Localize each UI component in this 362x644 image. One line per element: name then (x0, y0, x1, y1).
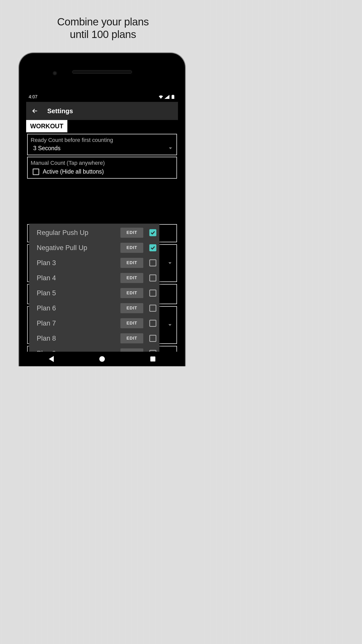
chevron-down-icon (168, 262, 171, 264)
edit-button[interactable]: EDIT (120, 318, 143, 328)
camera-icon (52, 71, 57, 76)
ready-count-block[interactable]: Ready Count before first counting 3 Seco… (27, 134, 177, 155)
tab-workout[interactable]: WORKOUT (26, 120, 67, 132)
manual-count-block: Manual Count (Tap anywhere) Active (Hide… (27, 157, 177, 179)
plan-name-label: Plan 7 (37, 319, 118, 327)
plan-row: Negative Pull UpEDIT (29, 240, 159, 255)
phone-frame: 4:07 Settings WORKOUT Ready Count before… (18, 52, 186, 366)
plan-checkbox[interactable] (149, 244, 156, 251)
plan-checkbox[interactable] (149, 274, 156, 281)
plan-checkbox[interactable] (149, 320, 156, 327)
chevron-down-icon (168, 324, 171, 326)
settings-body: Ready Count before first counting 3 Seco… (26, 134, 178, 179)
status-icons (158, 95, 175, 99)
edit-button[interactable]: EDIT (120, 273, 143, 283)
plan-row: Regular Push UpEDIT (29, 225, 159, 240)
plan-row: Plan 5EDIT (29, 286, 159, 301)
nav-home-icon[interactable] (99, 356, 105, 362)
wifi-icon (158, 95, 163, 99)
edit-button[interactable]: EDIT (120, 243, 143, 253)
checkmark-icon (151, 231, 155, 234)
status-time: 4:07 (29, 94, 37, 100)
edit-button[interactable]: EDIT (120, 333, 143, 343)
edit-button[interactable]: EDIT (120, 303, 143, 313)
plan-checkbox[interactable] (149, 259, 156, 266)
ready-count-value: 3 Seconds (33, 145, 61, 152)
plan-checkbox[interactable] (149, 290, 156, 297)
plan-checkbox[interactable] (149, 305, 156, 312)
svg-rect-1 (172, 95, 174, 99)
plan-row: Plan 3EDIT (29, 255, 159, 270)
ready-count-dropdown[interactable]: 3 Seconds (31, 144, 173, 152)
plan-name-label: Plan 6 (37, 304, 118, 312)
plan-checkbox[interactable] (149, 335, 156, 342)
ready-count-label: Ready Count before first counting (31, 137, 173, 143)
svg-rect-0 (172, 95, 174, 95)
plans-popup: Regular Push UpEDITNegative Pull UpEDITP… (29, 224, 159, 366)
speaker-grille (72, 70, 132, 74)
manual-count-label: Manual Count (Tap anywhere) (31, 160, 173, 166)
chevron-down-icon (169, 147, 172, 149)
edit-button[interactable]: EDIT (120, 228, 143, 238)
headline-line1: Combine your plans (57, 16, 149, 28)
plan-name-label: Plan 5 (37, 289, 118, 297)
back-arrow-icon[interactable] (32, 108, 38, 114)
checkmark-icon (151, 246, 155, 250)
tab-row: WORKOUT (26, 120, 178, 132)
marketing-headline: Combine your plans until 100 plans (0, 0, 206, 41)
plan-name-label: Plan 8 (37, 335, 118, 342)
nav-recent-icon[interactable] (150, 356, 155, 361)
plan-row: Plan 8EDIT (29, 331, 159, 346)
manual-count-checkbox-label: Active (Hide all buttons) (43, 168, 104, 175)
plan-row: Plan 4EDIT (29, 270, 159, 286)
plan-row: Plan 7EDIT (29, 316, 159, 331)
headline-line2: until 100 plans (70, 28, 136, 40)
page-title: Settings (47, 107, 73, 115)
plan-name-label: Plan 3 (37, 259, 118, 267)
android-nav-bar (26, 352, 178, 366)
plan-name-label: Regular Push Up (37, 229, 118, 237)
phone-bezel: 4:07 Settings WORKOUT Ready Count before… (23, 57, 182, 366)
battery-icon (170, 95, 175, 99)
plan-checkbox[interactable] (149, 229, 156, 236)
plan-name-label: Plan 4 (37, 274, 118, 282)
nav-back-icon[interactable] (49, 356, 54, 362)
edit-button[interactable]: EDIT (120, 258, 143, 268)
plan-name-label: Negative Pull Up (37, 244, 118, 252)
signal-icon (164, 95, 169, 99)
plan-row: Plan 6EDIT (29, 301, 159, 316)
edit-button[interactable]: EDIT (120, 288, 143, 298)
app-bar: Settings (26, 102, 178, 120)
status-bar: 4:07 (26, 92, 178, 102)
checkbox-icon[interactable] (33, 169, 39, 175)
screen: 4:07 Settings WORKOUT Ready Count before… (26, 92, 178, 366)
manual-count-checkbox-row[interactable]: Active (Hide all buttons) (31, 167, 173, 175)
